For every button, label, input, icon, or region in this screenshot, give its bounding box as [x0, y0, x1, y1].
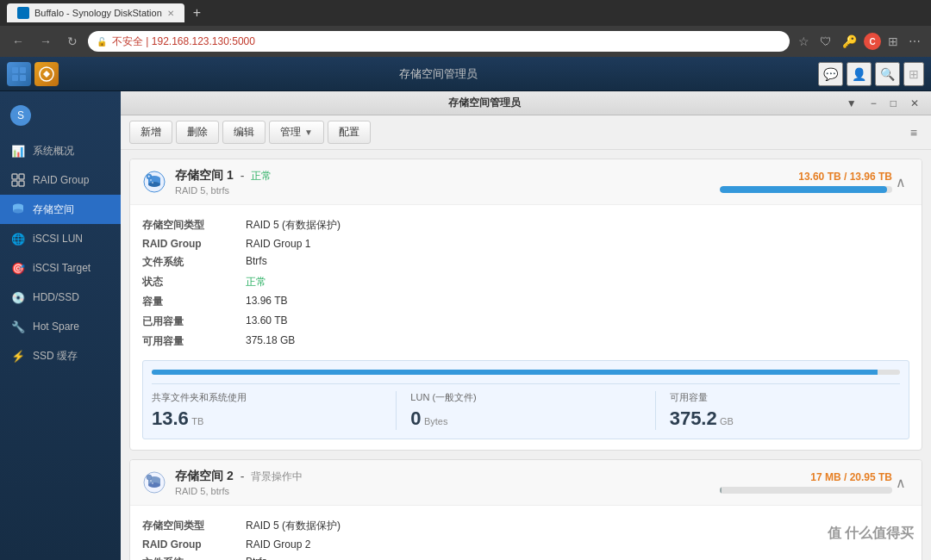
dsm-taskbar-title: 存储空间管理员 — [399, 67, 478, 80]
sidebar-item-overview[interactable]: 📊 系统概况 — [0, 136, 121, 165]
card-usage-1: 13.60 TB / 13.96 TB — [720, 171, 892, 193]
new-button[interactable]: 新增 — [129, 121, 172, 144]
address-url: 不安全 | 192.168.123.130:5000 — [112, 34, 255, 49]
space1-info-table: 存储空间类型 RAID 5 (有数据保护) RAID Group RAID Gr… — [142, 215, 909, 352]
iscsi-lun-icon: 🌐 — [10, 231, 26, 246]
info-row-type-1: 存储空间类型 RAID 5 (有数据保护) — [142, 215, 909, 235]
refresh-button[interactable]: ↻ — [62, 33, 83, 50]
raid-group-icon — [11, 173, 25, 187]
status-label-1: 状态 — [142, 275, 246, 289]
toolbar: 新增 删除 编辑 管理 ▼ 配置 ≡ — [121, 115, 931, 150]
overview-icon: 📊 — [10, 143, 26, 159]
dsm-main-area: S 📊 系统概况 RAID Group — [0, 91, 931, 560]
tab-close-icon[interactable]: ✕ — [167, 9, 174, 18]
space2-usage-fill — [720, 487, 722, 494]
dsm-taskbar: 存储空间管理员 💬 👤 🔍 ⊞ — [0, 57, 931, 91]
svg-point-25 — [147, 475, 152, 480]
close-button[interactable]: ✕ — [905, 96, 924, 111]
svg-point-17 — [152, 182, 153, 184]
fs-label-1: 文件系统 — [142, 255, 246, 270]
chat-icon[interactable]: 💬 — [818, 62, 843, 86]
avail-value-1: 375.18 GB — [246, 334, 295, 349]
back-button[interactable]: ← — [7, 33, 29, 50]
person-icon[interactable]: 👤 — [847, 62, 872, 86]
sidebar-item-storage[interactable]: 存储空间 — [0, 195, 121, 224]
key-icon[interactable]: 🔑 — [839, 33, 860, 50]
sidebar-item-ssd-cache[interactable]: ⚡ SSD 缓存 — [0, 341, 121, 370]
space1-subtitle: RAID 5, btrfs — [175, 185, 720, 196]
svg-point-16 — [150, 179, 152, 181]
sidebar-item-iscsi-target[interactable]: 🎯 iSCSI Target — [0, 253, 121, 283]
manage-button[interactable]: 管理 ▼ — [269, 121, 324, 144]
space2-collapse-button[interactable]: ∧ — [892, 471, 909, 495]
sidebar-item-raid[interactable]: RAID Group — [0, 165, 121, 195]
widgets-icon[interactable]: ⊞ — [903, 62, 924, 86]
space1-usage-section: 共享文件夹和系统使用 13.6 TB LUN (一般文件) 0 Bytes — [142, 360, 909, 439]
extensions-icon[interactable]: ⊞ — [884, 33, 902, 50]
profile-avatar[interactable]: C — [864, 33, 881, 50]
address-bar[interactable]: 🔓 不安全 | 192.168.123.130:5000 — [88, 31, 790, 52]
browser-toolbar: ← → ↻ 🔓 不安全 | 192.168.123.130:5000 ☆ 🛡 🔑… — [0, 26, 931, 57]
raid-value-1: RAID Group 1 — [246, 238, 310, 250]
storage-card-2: 存储空间 2 - 背景操作中 RAID 5, btrfs 17 MB / 20.… — [129, 459, 922, 560]
config-button-label: 配置 — [339, 125, 359, 140]
delete-button[interactable]: 删除 — [176, 121, 219, 144]
fs-value-1: Btrfs — [246, 255, 267, 270]
svg-rect-8 — [19, 181, 24, 186]
dsm-app-shortcut[interactable] — [34, 62, 59, 86]
space2-info-table: 存储空间类型 RAID 5 (有数据保护) RAID Group RAID Gr… — [142, 516, 909, 560]
storage-space-1-icon — [142, 170, 166, 194]
space1-full-bar — [152, 370, 878, 375]
active-browser-tab[interactable]: Buffalo - Synology DiskStation ✕ — [7, 3, 184, 22]
minimize-button[interactable]: − — [865, 96, 882, 111]
space1-avail-col-label: 可用容量 — [670, 391, 900, 404]
space1-lun-value: 0 — [410, 408, 421, 429]
menu-icon[interactable]: ⋯ — [905, 33, 924, 50]
search-taskbar-icon[interactable]: 🔍 — [875, 62, 900, 86]
favorites-icon[interactable]: ☆ — [795, 33, 813, 50]
card-title-1: 存储空间 1 - 正常 — [175, 168, 720, 184]
sidebar-logo: S — [0, 98, 121, 136]
window-titlebar: 存储空间管理员 ▼ − □ ✕ — [121, 91, 931, 115]
sidebar-item-storage-label: 存储空间 — [33, 202, 74, 217]
card-header-1: 存储空间 1 - 正常 RAID 5, btrfs 13.60 TB / 13.… — [130, 159, 922, 205]
list-view-icon[interactable]: ≡ — [905, 124, 922, 141]
svg-point-15 — [148, 182, 160, 187]
space1-lun-unit: Bytes — [424, 416, 448, 426]
maximize-button[interactable]: □ — [885, 96, 902, 111]
info-row-type-2: 存储空间类型 RAID 5 (有数据保护) — [142, 516, 909, 536]
capacity-value-1: 13.96 TB — [246, 295, 287, 309]
storage-space-2-icon — [142, 470, 166, 495]
manage-button-label: 管理 — [280, 125, 301, 140]
fs-value-2: Btrfs — [246, 556, 267, 560]
info-row-avail-1: 可用容量 375.18 GB — [142, 332, 909, 352]
sidebar-item-ssd-label: SSD 缓存 — [33, 349, 78, 364]
space2-usage-text: 17 MB / 20.95 TB — [810, 471, 892, 483]
config-button[interactable]: 配置 — [328, 121, 371, 144]
svg-point-22 — [148, 482, 160, 488]
fs-label-2: 文件系统 — [142, 556, 246, 560]
forward-button[interactable]: → — [34, 33, 57, 50]
sidebar-item-hot-spare[interactable]: 🔧 Hot Spare — [0, 312, 121, 341]
shield-icon[interactable]: 🛡 — [816, 33, 835, 50]
sidebar-item-hdd-ssd[interactable]: 💿 HDD/SSD — [0, 283, 121, 312]
raid-value-2: RAID Group 2 — [246, 538, 310, 551]
storage-card-1: 存储空间 1 - 正常 RAID 5, btrfs 13.60 TB / 13.… — [129, 159, 922, 451]
window-controls: ▼ − □ ✕ — [841, 96, 924, 111]
manage-arrow-icon: ▼ — [304, 128, 313, 137]
new-tab-button[interactable]: + — [190, 5, 204, 21]
window-title: 存储空间管理员 — [128, 96, 841, 110]
sidebar-item-hdd-label: HDD/SSD — [33, 291, 79, 303]
edit-button[interactable]: 编辑 — [222, 121, 266, 144]
dsm-start-button[interactable] — [7, 62, 31, 86]
info-row-raid-1: RAID Group RAID Group 1 — [142, 235, 909, 252]
info-row-raid-2: RAID Group RAID Group 2 — [142, 536, 909, 553]
storage-manager-window: 存储空间管理员 ▼ − □ ✕ 新增 删除 编辑 — [121, 91, 931, 560]
space2-usage-bar — [720, 487, 892, 494]
sidebar-item-overview-label: 系统概况 — [33, 144, 74, 159]
sidebar-item-iscsi-lun[interactable]: 🌐 iSCSI LUN — [0, 224, 121, 253]
filter-icon[interactable]: ▼ — [841, 96, 862, 111]
space1-shared-label: 共享文件夹和系统使用 — [152, 391, 382, 404]
space1-collapse-button[interactable]: ∧ — [892, 171, 909, 194]
svg-point-23 — [150, 480, 152, 482]
